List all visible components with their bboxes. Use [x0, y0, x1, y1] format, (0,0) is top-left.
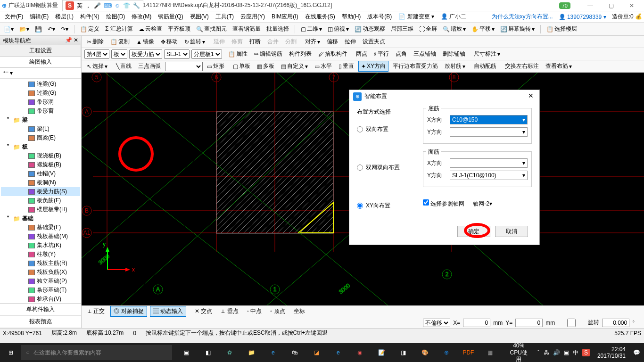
osnap-toggle[interactable]: ◎ 对象捕捉: [110, 306, 147, 317]
level-top-button[interactable]: 平齐板顶: [166, 24, 192, 34]
parallel-edge-button[interactable]: 平行边布置受力筋: [390, 61, 440, 71]
parallel-button[interactable]: ♯ 平行: [372, 49, 391, 59]
summary-button[interactable]: Σ 汇总计算: [103, 24, 135, 34]
delete-button[interactable]: ✂ 删除: [84, 37, 106, 47]
task-view-icon[interactable]: ▣: [176, 343, 197, 362]
floor-select[interactable]: 第4层: [84, 49, 109, 59]
menu-online[interactable]: 在线服务(S): [302, 12, 338, 22]
ref-axis-checkbox[interactable]: 选择参照轴网: [423, 199, 464, 208]
minimize-button[interactable]: —: [580, 0, 601, 11]
tree-node[interactable]: ˅📁板: [1, 142, 80, 151]
taskbar-app-2[interactable]: ✿: [219, 343, 240, 362]
menu-edit[interactable]: 编辑(E): [27, 12, 51, 22]
ortho-toggle[interactable]: ⊥ 正交: [84, 306, 107, 316]
redo-icon[interactable]: ↷▾: [59, 25, 70, 33]
tree-node[interactable]: 基础梁(F): [1, 223, 80, 232]
tray-volume-icon[interactable]: 🔊: [553, 349, 560, 356]
menu-file[interactable]: 文件(F): [2, 12, 26, 22]
taskbar-store[interactable]: 🛍: [284, 343, 305, 362]
view-layout-button[interactable]: 查看布筋 ▾: [543, 61, 574, 71]
tab-project-settings[interactable]: 工程设置: [0, 45, 81, 56]
menu-help[interactable]: 帮助(H): [339, 12, 364, 22]
auto-rebar-button[interactable]: 自动配筋: [471, 61, 499, 71]
radio-two-way[interactable]: 双向布置: [357, 125, 413, 133]
menu-rebar[interactable]: 钢筋量(Q): [155, 12, 186, 22]
tree-node[interactable]: 带形洞: [1, 98, 80, 107]
find-element-button[interactable]: 🔍 查找图元: [194, 24, 229, 34]
break-button[interactable]: 打断: [247, 37, 263, 47]
coord-snap[interactable]: 坐标: [291, 306, 308, 316]
taskbar-app-8[interactable]: ⊕: [436, 343, 457, 362]
tree-node[interactable]: 圈梁(E): [1, 133, 80, 142]
tree-node[interactable]: 筏板主筋(R): [1, 259, 80, 268]
tree-node[interactable]: 筏板负筋(X): [1, 268, 80, 277]
top-y-combo[interactable]: SLJ-1(C10@100)▾: [450, 171, 528, 180]
endpoint-snap[interactable]: ▫ 顶点: [267, 306, 288, 316]
top-view-button[interactable]: ◫ 俯视 ▾: [326, 24, 351, 34]
score-badge[interactable]: 70: [559, 2, 570, 9]
taskbar-app-10[interactable]: ▦: [479, 343, 500, 362]
save-icon[interactable]: 💾: [33, 25, 44, 33]
notification-icon[interactable]: 💬: [633, 349, 640, 356]
face-icon[interactable]: ☺: [115, 2, 120, 9]
radial-button[interactable]: 放射筋 ▾: [442, 61, 468, 71]
menu-cloud[interactable]: 云应用(Y): [238, 12, 268, 22]
taskbar-app-4[interactable]: ◉: [349, 343, 370, 362]
single-slab-button[interactable]: ▢ 单板: [231, 61, 253, 71]
taskbar-app-7[interactable]: 🎨: [414, 343, 435, 362]
arc-options[interactable]: [165, 62, 203, 71]
ok-button[interactable]: 确定: [457, 226, 490, 237]
menu-modify[interactable]: 修改(M): [129, 12, 154, 22]
tree-node[interactable]: 集水坑(K): [1, 241, 80, 250]
taskbar-search[interactable]: ○ 在这里输入你要搜索的内容: [21, 345, 172, 360]
tree-node[interactable]: ˅📁基础: [1, 214, 80, 223]
menu-floor[interactable]: 楼层(L): [52, 12, 76, 22]
member-list-button[interactable]: 构件列表: [287, 49, 314, 59]
tree-node[interactable]: 柱帽(V): [1, 169, 80, 178]
new-change-button[interactable]: 📄 新建变更 ▾: [396, 12, 437, 22]
fullscreen-button[interactable]: ⛶ 全屏: [417, 24, 439, 34]
tree-node[interactable]: 过梁(G): [1, 89, 80, 98]
trim-button[interactable]: 修剪: [229, 37, 245, 47]
start-button[interactable]: ⊞: [0, 343, 21, 362]
rotate-checkbox[interactable]: [558, 319, 585, 327]
tree-node[interactable]: 连梁(G): [1, 80, 80, 89]
vertical-button[interactable]: ▯ 垂直: [336, 61, 356, 71]
screen-rotate-button[interactable]: 🔄 屏幕旋转 ▾: [498, 24, 537, 34]
offset-select[interactable]: 不偏移: [423, 319, 450, 327]
rotate-input[interactable]: [602, 319, 629, 327]
cloud-check-button[interactable]: ☁ 云检查: [137, 24, 164, 34]
multi-slab-button[interactable]: ▦ 多板: [255, 61, 277, 71]
local-3d-button[interactable]: 局部三维: [389, 24, 415, 34]
taskbar-clock[interactable]: 22:042017/10/31: [594, 346, 629, 360]
select-floor-button[interactable]: 📋 选择楼层: [545, 24, 579, 34]
new-file-icon[interactable]: 📄▾: [2, 25, 16, 33]
tree-node[interactable]: 螺旋板(B): [1, 160, 80, 169]
batch-select-button[interactable]: 批量选择: [264, 24, 291, 34]
align-button[interactable]: 对齐 ▾: [303, 37, 322, 47]
radio-double-net[interactable]: 双网双向布置: [357, 164, 413, 172]
cancel-button[interactable]: 取消: [495, 226, 528, 237]
split-button[interactable]: 分割: [283, 37, 299, 47]
taskbar-app-9[interactable]: PDF: [458, 343, 479, 362]
undo-icon[interactable]: ↶▾: [46, 25, 57, 33]
view-rebar-button[interactable]: 查看钢筋量: [231, 24, 263, 34]
owner-button[interactable]: 👤 广小二: [438, 12, 469, 22]
menu-view[interactable]: 视图(V): [187, 12, 212, 22]
tree-node[interactable]: 板负筋(F): [1, 196, 80, 205]
tree-node[interactable]: 板受力筋(S): [1, 187, 80, 196]
code-select[interactable]: SLJ-1: [164, 49, 190, 59]
taskbar-folder[interactable]: 📁: [241, 343, 262, 362]
copy-button[interactable]: 📋 复制: [108, 37, 132, 47]
ref-axis-combo[interactable]: 轴网-2▾: [473, 200, 529, 208]
edit-rebar-button[interactable]: ✏ 编辑钢筋: [252, 49, 285, 59]
tray-ime-icon[interactable]: 中: [573, 349, 578, 357]
define-button[interactable]: 📋 定义: [78, 24, 101, 34]
cpu-meter[interactable]: 40%CPU使用: [504, 342, 533, 362]
top-x-combo[interactable]: ▾: [450, 158, 528, 168]
menu-bim[interactable]: BIM应用(I): [269, 12, 301, 22]
perpendicular-snap[interactable]: ⊥ 垂点: [218, 306, 241, 316]
tray-up-icon[interactable]: ˄: [537, 349, 540, 356]
pick-member-button[interactable]: 🖊 拾取构件: [316, 49, 350, 59]
three-point-axis-button[interactable]: 三点辅轴: [411, 49, 438, 59]
